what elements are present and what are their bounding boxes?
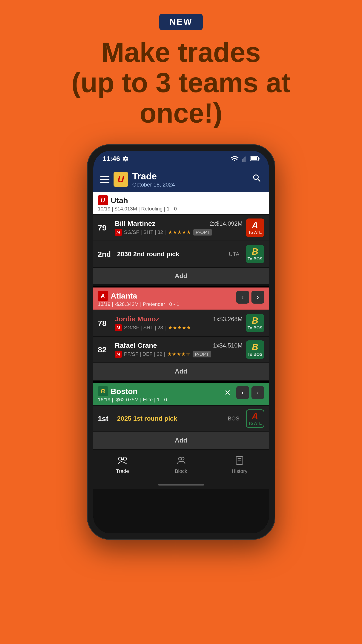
boston-name: Boston [111,387,138,396]
destination-badge-bos: B To BOS [246,314,264,332]
pick-name: 2030 2nd round pick [117,250,226,258]
player-name: Jordie Munoz [115,315,159,323]
pick-row-2030-2nd: 2nd 2030 2nd round pick UTA B To BOS [93,241,269,267]
svg-rect-6 [251,157,257,160]
atlanta-next-button[interactable]: › [251,291,264,304]
search-button[interactable] [252,173,262,186]
menu-icon[interactable] [100,176,109,183]
block-icon [176,456,186,467]
destination-badge-bos: B To BOS [246,245,264,263]
player-position: PF/SF | DEF | 22 | [124,351,165,357]
atlanta-logo: A [98,291,108,301]
atlanta-prev-button[interactable]: ‹ [236,291,249,304]
player-info: Rafael Crane 1x$4.510M M PF/SF | DEF | 2… [115,342,243,358]
divider-1 [93,286,269,288]
pick-round: 2nd [98,250,114,258]
nav-label-history: History [232,468,247,474]
player-position: SG/SF | SHT | 32 | [124,229,166,235]
pick-round: 1st [98,414,114,423]
status-icons [231,156,260,162]
player-salary: 2x$14.092M [210,220,243,227]
player-position: SG/SF | SHT | 28 | [124,325,166,331]
bottom-nav: Trade Block [93,450,269,480]
nav-item-trade[interactable]: Trade [93,456,152,474]
status-bar: 11:46 [93,151,269,167]
pick-team-tag: UTA [229,251,239,257]
team-section-atlanta: A Atlanta 13/19 | -$28.342M | Pretender … [93,288,269,380]
boston-controls: ✕ ‹ › [221,386,264,399]
atlanta-nav-arrows: ‹ › [236,291,264,304]
new-badge: NEW [159,14,203,30]
destination-badge-bos: B To BOS [246,340,264,359]
player-stars: ★★★★★ [168,229,191,235]
boston-next-button[interactable]: › [251,386,264,399]
gear-icon [123,156,129,162]
history-icon [235,456,244,467]
utah-name: Utah [111,196,128,205]
player-info: Jordie Munoz 1x$3.268M M SG/SF | SHT | 2… [115,315,243,331]
player-stars: ★★★★★ [168,325,191,331]
player-salary: 1x$3.268M [213,316,243,323]
svg-point-10 [181,457,184,460]
atlanta-add-button[interactable]: Add [93,363,269,380]
header-title-group: Trade October 18, 2024 [132,171,175,188]
header-subtitle: October 18, 2024 [132,182,175,188]
player-name-row: Rafael Crane 1x$4.510M [115,342,243,349]
status-time: 11:46 [102,155,129,162]
main-content: U Utah 10/19 | $14.013M | Retooling | 1 … [93,192,269,533]
boston-add-button[interactable]: Add [93,432,269,449]
phone-screen: 11:46 U Trade Octo [93,151,269,533]
utah-header: U Utah 10/19 | $14.013M | Retooling | 1 … [93,192,269,214]
team-section-utah: U Utah 10/19 | $14.013M | Retooling | 1 … [93,192,269,284]
player-name-row: Jordie Munoz 1x$3.268M [115,315,243,323]
promo-title: Make trades (up to 3 teams at once!) [55,37,308,128]
wifi-icon [231,156,239,162]
boston-logo: B [98,386,108,396]
utah-add-button[interactable]: Add [93,268,269,284]
signal-icon [242,156,247,162]
header-title: Trade [132,171,175,182]
boston-header: B Boston 16/19 | -$62.075M | Elite | 1 -… [93,383,269,405]
svg-point-7 [118,457,122,460]
utah-stats: 10/19 | $14.013M | Retooling | 1 - 0 [98,206,264,212]
boston-close-button[interactable]: ✕ [221,386,234,399]
player-salary: 1x$4.510M [213,342,243,349]
player-number: 82 [98,345,112,354]
promo-title-line2: (up to 3 teams at once!) [71,67,291,128]
player-name: Rafael Crane [115,342,157,349]
svg-rect-3 [246,156,246,162]
player-row-jordie-munoz: 78 Jordie Munoz 1x$3.268M M SG/SF | SHT … [93,310,269,336]
svg-rect-5 [259,158,260,160]
player-meta: M SG/SF | SHT | 32 | ★★★★★ P-OPT [115,229,243,236]
boston-stats: 16/19 | -$62.075M | Elite | 1 - 0 [98,397,221,403]
pick-team-tag: BOS [228,416,240,422]
svg-point-8 [123,457,126,460]
player-info: Bill Martinez 2x$14.092M M SG/SF | SHT |… [115,220,243,236]
promo-title-line1: Make trades [101,37,261,68]
player-name-row: Bill Martinez 2x$14.092M [115,220,243,228]
trade-icon [118,456,127,467]
player-meta: M SG/SF | SHT | 28 | ★★★★★ [115,324,243,331]
boston-prev-button[interactable]: ‹ [236,386,249,399]
nav-label-block: Block [175,468,187,474]
destination-badge-atl-outlined: A To ATL [246,410,264,428]
utah-logo: U [98,195,108,206]
divider-2 [93,381,269,383]
atlanta-name-row: A Atlanta [98,291,236,301]
nav-item-block[interactable]: Block [152,456,210,474]
phone-frame: 11:46 U Trade Octo [87,144,275,540]
destination-badge-atl: A To ATL [246,218,264,237]
atlanta-stats: 13/19 | -$28.342M | Pretender | 0 - 1 [98,301,236,307]
atlanta-header: A Atlanta 13/19 | -$28.342M | Pretender … [93,288,269,310]
atlanta-name: Atlanta [111,292,137,300]
pick-name: 2025 1st round pick [117,415,225,422]
player-contract-badge: P-OPT [193,229,212,236]
nav-item-history[interactable]: History [210,456,269,474]
header-left: U Trade October 18, 2024 [100,171,175,188]
player-team-badge: M [115,324,122,331]
player-stars: ★★★★☆ [167,351,190,357]
boston-name-row: B Boston [98,386,221,396]
battery-icon [250,156,260,162]
player-team-badge: M [115,351,122,358]
nav-label-trade: Trade [116,468,129,474]
